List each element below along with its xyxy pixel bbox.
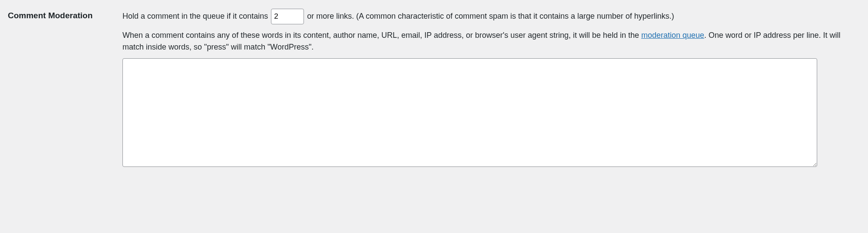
- max-links-description: Hold a comment in the queue if it contai…: [122, 9, 863, 24]
- moderation-queue-link[interactable]: moderation queue: [641, 31, 704, 40]
- moderation-keys-description: When a comment contains any of these wor…: [122, 30, 863, 53]
- section-heading: Comment Moderation: [0, 4, 117, 175]
- moderation-desc-before: When a comment contains any of these wor…: [122, 31, 641, 40]
- max-links-text-after: or more links. (A common characteristic …: [307, 12, 674, 20]
- max-links-input[interactable]: [271, 9, 304, 24]
- moderation-keys-textarea[interactable]: [122, 58, 817, 167]
- max-links-text-before: Hold a comment in the queue if it contai…: [122, 12, 270, 20]
